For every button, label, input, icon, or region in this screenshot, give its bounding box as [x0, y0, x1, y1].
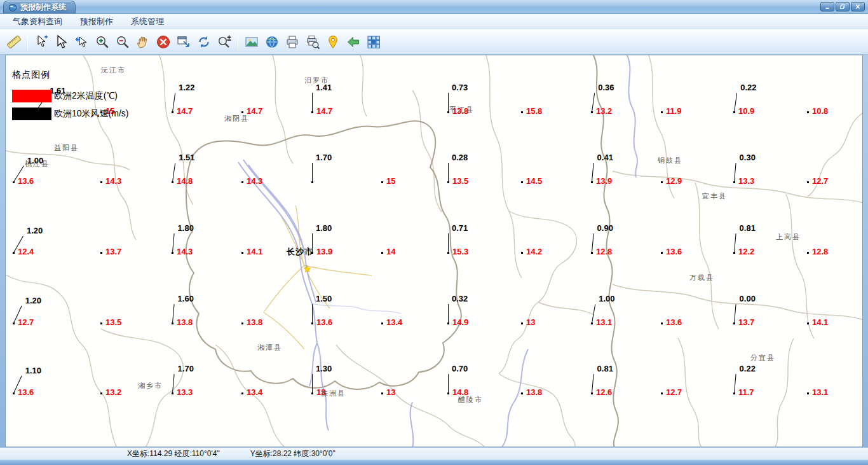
wind-speed-value: 0.41	[597, 153, 613, 162]
legend-label-wind: 欧洲10米风速(m/s)	[54, 108, 128, 120]
close-icon	[854, 3, 862, 10]
temperature-value: 14.7	[247, 106, 262, 116]
wind-speed-value: 0.00	[740, 294, 756, 303]
wind-barb	[592, 163, 594, 182]
wind-speed-value: 1.22	[179, 83, 194, 92]
globe-button[interactable]	[262, 32, 282, 52]
pointer-arrow-button[interactable]	[51, 32, 72, 52]
grid-point-dot	[100, 323, 102, 324]
grid-point-dot	[521, 323, 523, 324]
temperature-value: 14	[386, 247, 395, 256]
grid-tiles-button[interactable]	[363, 32, 384, 52]
menu-forecast-production[interactable]: 预报制作	[71, 14, 122, 29]
print-icon	[285, 34, 300, 50]
temperature-value: 13.2	[596, 106, 612, 116]
temperature-value: 13.5	[452, 176, 468, 186]
select-plus-cursor-button[interactable]	[31, 32, 51, 52]
location-pin-button[interactable]	[323, 32, 343, 52]
temperature-value: 13.8	[177, 317, 193, 327]
temperature-value: 14.8	[452, 387, 468, 397]
grid-point-dot	[100, 392, 102, 394]
wind-speed-value: 1.20	[25, 296, 41, 305]
back-arrow-button[interactable]	[343, 32, 363, 52]
cancel-icon	[156, 34, 171, 50]
export-extent-button[interactable]	[173, 32, 194, 52]
map-row: 1.611514.71.2214.714.71.4113.80.7315.813…	[0, 55, 868, 447]
temperature-value: 13.6	[666, 317, 682, 327]
wind-barb	[172, 304, 175, 323]
wind-speed-value: 0.81	[740, 223, 756, 233]
toolbar-separator	[238, 34, 238, 50]
temperature-value: 13.3	[177, 387, 193, 397]
zoom-scale-button[interactable]	[214, 32, 234, 52]
grid-point-dot	[241, 252, 243, 254]
close-button[interactable]	[851, 2, 865, 11]
print-button[interactable]	[282, 32, 302, 52]
wind-speed-value: 0.70	[452, 364, 468, 373]
pan-hand-button[interactable]	[133, 32, 153, 52]
temperature-value: 13.1	[596, 317, 612, 327]
wind-speed-value: 0.81	[597, 364, 613, 373]
temperature-value: 13.4	[247, 387, 262, 397]
stations-layer: 1.611514.71.2214.714.71.4113.80.7315.813…	[6, 55, 862, 447]
wind-speed-value: 0.36	[598, 83, 614, 92]
grid-point-dot	[661, 323, 663, 324]
menu-weather-data-query[interactable]: 气象资料查询	[4, 14, 71, 29]
grid-point-dot	[241, 181, 243, 183]
wind-barb	[734, 233, 736, 253]
temperature-value: 13	[526, 317, 535, 327]
wind-barb	[172, 93, 175, 112]
wind-barb	[448, 93, 449, 112]
temperature-value: 14.1	[247, 247, 262, 256]
select-plus-cursor-icon	[34, 34, 49, 50]
restore-button[interactable]	[836, 2, 850, 11]
wind-speed-value: 1.10	[25, 366, 41, 375]
temperature-value: 13.8	[247, 317, 262, 327]
cancel-button[interactable]	[153, 32, 173, 52]
wind-speed-value: 1.51	[179, 153, 194, 162]
temperature-value: 12.7	[18, 317, 34, 327]
temperature-value: 14.5	[526, 176, 542, 186]
wind-speed-value: 1.20	[27, 226, 43, 235]
grid-point-dot	[807, 252, 809, 254]
city-star: ★	[303, 264, 311, 274]
temperature-value: 14.2	[526, 247, 542, 256]
temperature-value: 11.7	[738, 387, 754, 397]
wind-speed-value: 0.28	[452, 153, 468, 162]
wind-speed-value: 0.71	[452, 223, 468, 233]
refresh-button[interactable]	[194, 32, 214, 52]
wind-speed-value: 0.73	[452, 83, 468, 92]
grid-point-dot	[241, 111, 243, 113]
temperature-value: 14.1	[812, 317, 828, 327]
grid-point-dot	[807, 392, 809, 394]
pan-select-cursor-button[interactable]	[72, 32, 92, 52]
temperature-value: 13.6	[18, 387, 34, 397]
map-area[interactable]: 1.611514.71.2214.714.71.4113.80.7315.813…	[5, 55, 863, 447]
menu-system-management[interactable]: 系统管理	[122, 14, 173, 29]
wind-speed-value: 1.60	[178, 294, 194, 303]
image-button[interactable]	[241, 32, 262, 52]
print-preview-button[interactable]	[302, 32, 323, 52]
grid-point-dot	[381, 323, 383, 324]
zoom-out-button[interactable]	[112, 32, 133, 52]
grid-point-dot	[661, 392, 663, 394]
pan-select-cursor-icon	[74, 34, 90, 50]
minimize-button[interactable]	[820, 2, 834, 11]
grid-point-dot	[381, 392, 383, 394]
right-frame	[863, 55, 868, 447]
wind-barb	[734, 93, 737, 112]
grid-tiles-icon	[366, 34, 381, 50]
legend-label-temperature: 欧洲2米温度(℃)	[54, 90, 118, 102]
measure-ruler-button[interactable]	[4, 32, 24, 52]
restore-icon	[839, 3, 846, 10]
temperature-value: 13	[386, 387, 395, 397]
zoom-in-button[interactable]	[92, 32, 112, 52]
export-extent-icon	[176, 34, 191, 50]
temperature-value: 11.9	[666, 106, 682, 116]
bottom-frame	[0, 460, 868, 465]
wind-speed-value: 1.41	[316, 83, 332, 92]
temperature-value: 13.6	[18, 176, 34, 186]
temperature-value: 13.6	[666, 247, 682, 256]
wind-speed-value: 1.80	[178, 223, 194, 233]
temperature-value: 14.7	[177, 106, 193, 116]
